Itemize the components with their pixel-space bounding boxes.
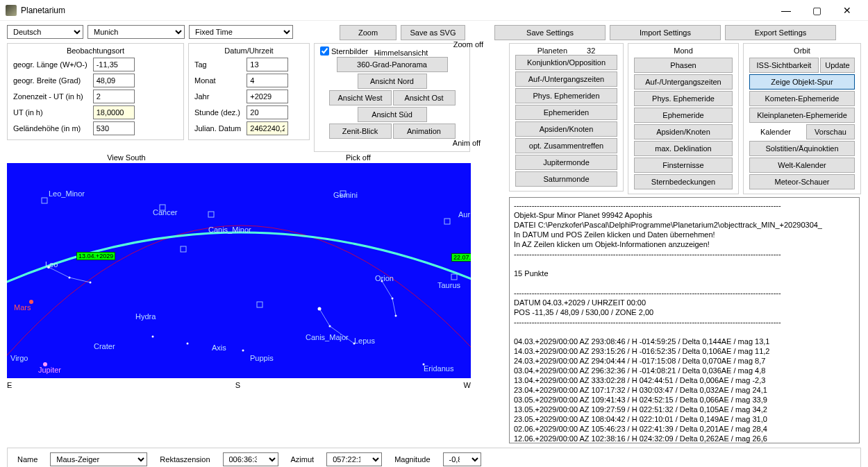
apsides-moon-button[interactable]: Apsiden/Knoten: [634, 124, 733, 139]
elevation-input[interactable]: [93, 121, 135, 135]
svg-text:Eridanus: Eridanus: [424, 364, 454, 373]
svg-rect-0: [42, 198, 47, 203]
preview-button[interactable]: Vorschau: [806, 124, 855, 139]
svg-rect-7: [451, 274, 457, 280]
svg-text:Hydra: Hydra: [135, 312, 156, 321]
latitude-input[interactable]: [93, 74, 135, 87]
view-east-button[interactable]: Ansicht Ost: [393, 90, 456, 105]
maximize-button[interactable]: ▢: [801, 1, 832, 20]
timemode-select[interactable]: Fixed Time: [189, 25, 293, 39]
mag-select[interactable]: -0,8: [443, 452, 481, 466]
skyview-group: Sternbilder Himmelsansicht Zoom off 360-…: [314, 43, 470, 152]
ut-input[interactable]: [93, 105, 135, 119]
svg-text:Gemini: Gemini: [333, 191, 358, 199]
track-date-tag-2: 22.07.+: [451, 253, 471, 262]
language-select[interactable]: Deutsch: [7, 25, 83, 39]
svg-rect-2: [208, 212, 214, 217]
update-button[interactable]: Update: [820, 58, 855, 73]
day-input[interactable]: [247, 58, 288, 71]
panorama-button[interactable]: 360-Grad-Panorama: [337, 57, 448, 72]
iss-button[interactable]: ISS-Sichtbarkeit: [749, 58, 819, 73]
export-settings-button[interactable]: Export Settings: [725, 25, 836, 40]
svg-line-26: [392, 298, 396, 316]
save-svg-button[interactable]: Save as SVG: [401, 25, 465, 40]
timezone-input[interactable]: [93, 90, 135, 103]
orbit-group: Orbit ISS-SichtbarkeitUpdate Zeige Objek…: [743, 43, 861, 194]
comet-ephem-button[interactable]: Kometen-Ephemeride: [749, 91, 855, 106]
year-input[interactable]: [247, 90, 288, 103]
animation-button[interactable]: Animation: [393, 124, 456, 139]
constellations-check[interactable]: Sternbilder: [320, 46, 368, 56]
svg-text:Orion: Orion: [375, 274, 394, 282]
svg-text:Taurus: Taurus: [437, 281, 461, 289]
svg-text:Cancer: Cancer: [153, 208, 178, 216]
track-date-tag-1: 13.04.+2029: [76, 252, 115, 260]
ephem-moon-button[interactable]: Ephemeride: [634, 108, 733, 123]
svg-text:Jupiter: Jupiter: [38, 366, 61, 374]
rise-set-planets-button[interactable]: Auf-/Untergangszeiten: [515, 71, 617, 87]
apsides-planets-button[interactable]: Apsiden/Knoten: [515, 121, 617, 137]
city-select[interactable]: Munich: [87, 25, 185, 39]
svg-text:Leo_Minor: Leo_Minor: [49, 189, 85, 198]
output-textarea[interactable]: ----------------------------------------…: [509, 197, 860, 443]
ephem-planets-button[interactable]: Ephemeriden: [515, 105, 617, 120]
svg-text:Crater: Crater: [94, 342, 115, 350]
svg-line-23: [319, 309, 330, 326]
conjunction-button[interactable]: Konjunktion/Opposition: [515, 55, 617, 70]
svg-text:Canis_Major: Canis_Major: [306, 333, 349, 341]
minorplanet-ephem-button[interactable]: Kleinplaneten-Ephemeride: [749, 108, 855, 123]
compass-labels: ESW: [7, 381, 471, 389]
longitude-input[interactable]: [93, 58, 135, 71]
moon-group: Mond Phasen Auf-/Untergangszeiten Phys. …: [628, 43, 739, 194]
object-name-select[interactable]: Maus-Zeiger: [50, 452, 147, 466]
show-object-track-button[interactable]: Zeige Objekt-Spur: [749, 74, 855, 90]
svg-point-12: [187, 343, 189, 345]
phys-ephem-planets-button[interactable]: Phys. Ephemeriden: [515, 88, 617, 103]
svg-line-21: [49, 267, 69, 278]
starfield-svg: Leo_Minor Cancer Gemini Aur Canis_Minor …: [7, 163, 471, 378]
ra-select[interactable]: 006:36:38: [223, 452, 278, 466]
svg-rect-6: [257, 302, 262, 307]
hour-input[interactable]: [247, 105, 288, 119]
datetime-group: Datum/Uhrzeit Tag Monat Jahr Stunde (dez…: [188, 43, 310, 140]
jd-input[interactable]: [247, 121, 288, 135]
close-button[interactable]: ✕: [832, 1, 862, 20]
window-title: Planetarium: [21, 6, 771, 15]
moon-phases-button[interactable]: Phasen: [634, 58, 733, 73]
sky-canvas[interactable]: Leo_Minor Cancer Gemini Aur Canis_Minor …: [7, 163, 471, 378]
import-settings-button[interactable]: Import Settings: [610, 25, 721, 40]
zoom-button[interactable]: Zoom: [340, 25, 397, 40]
svg-text:Puppis: Puppis: [250, 354, 274, 362]
observer-group: Beobachtungsort geogr. Länge (W+/O-) geo…: [7, 43, 184, 140]
month-input[interactable]: [247, 74, 288, 87]
svg-text:Aur: Aur: [458, 210, 470, 219]
zenith-button[interactable]: Zenit-Blick: [329, 124, 392, 139]
pick-status-label: Pick off: [346, 153, 371, 162]
svg-rect-5: [181, 246, 186, 252]
rise-set-moon-button[interactable]: Auf-/Untergangszeiten: [634, 74, 733, 90]
svg-point-11: [152, 336, 154, 338]
jupiter-moons-button[interactable]: Jupitermonde: [515, 155, 617, 170]
phys-ephem-moon-button[interactable]: Phys. Ephemeride: [634, 91, 733, 106]
svg-text:Leo: Leo: [45, 260, 58, 269]
svg-point-13: [242, 350, 244, 352]
opt-conjunction-button[interactable]: opt. Zusammentreffen: [515, 138, 617, 153]
saturn-moons-button[interactable]: Saturnmonde: [515, 171, 617, 187]
svg-text:Lepus: Lepus: [354, 337, 375, 345]
eclipses-button[interactable]: Finsternisse: [634, 158, 733, 173]
save-settings-button[interactable]: Save Settings: [494, 25, 606, 40]
max-decl-button[interactable]: max. Deklination: [634, 141, 733, 156]
view-north-button[interactable]: Ansicht Nord: [358, 74, 427, 89]
minimize-button[interactable]: —: [771, 1, 801, 20]
solstice-button[interactable]: Solstitien/Äquinoktien: [749, 141, 855, 156]
titlebar: Planetarium — ▢ ✕: [0, 0, 868, 21]
world-calendar-button[interactable]: Welt-Kalender: [749, 158, 855, 173]
planets-group: Planeten32 Konjunktion/Opposition Auf-/U…: [509, 43, 624, 192]
view-west-button[interactable]: Ansicht West: [329, 90, 392, 105]
svg-text:Canis_Minor: Canis_Minor: [208, 226, 251, 234]
meteor-button[interactable]: Meteor-Schauer: [749, 174, 855, 189]
view-direction-label: View South: [107, 153, 145, 162]
az-select[interactable]: 057:22:17: [326, 452, 382, 466]
occultations-button[interactable]: Sternbedeckungen: [634, 174, 733, 189]
view-south-button[interactable]: Ansicht Süd: [358, 107, 427, 122]
